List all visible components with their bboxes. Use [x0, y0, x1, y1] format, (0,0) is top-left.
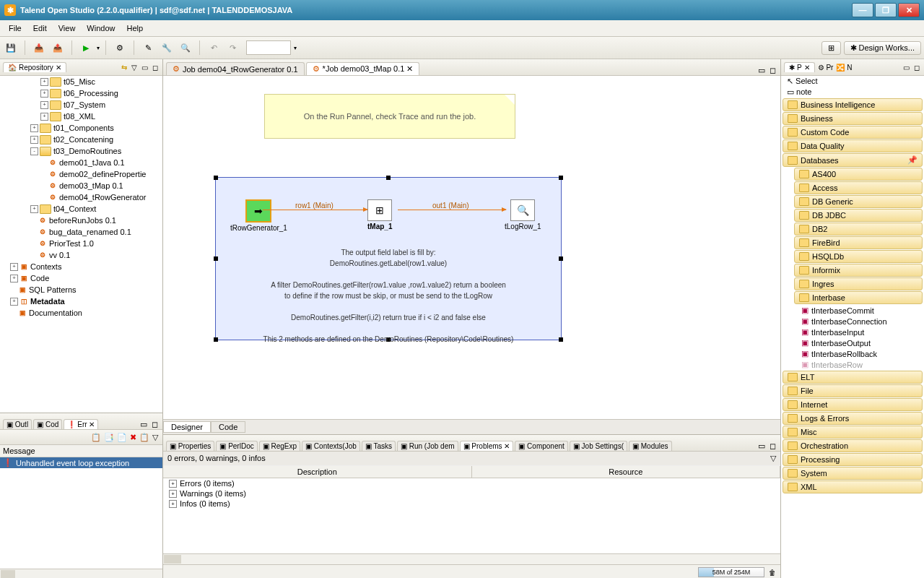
maximize-view-icon[interactable]: ◻	[768, 66, 777, 75]
palette-drawer[interactable]: Data Quality	[783, 139, 923, 152]
gc-button[interactable]: 🗑	[769, 569, 776, 577]
palette-drawer[interactable]: Misc	[783, 426, 923, 439]
design-workspace-button[interactable]: ✱ Design Works...	[844, 41, 922, 55]
filter-icon[interactable]: 📋	[91, 433, 101, 442]
tree-item[interactable]: -t03_DemoRoutines	[0, 145, 162, 157]
palette-sub[interactable]: DB JDBC	[794, 209, 923, 222]
tree-item[interactable]: ⚙demo02_definePropertie	[0, 168, 162, 180]
palette-tool[interactable]: ▭ note	[781, 87, 924, 98]
edit-button[interactable]: ✎	[140, 40, 156, 56]
palette-drawer[interactable]: File	[783, 384, 923, 397]
code-tab[interactable]: Code	[211, 421, 245, 433]
tree-item[interactable]: ▣SQL Patterns	[0, 284, 162, 296]
export-button[interactable]: 📤	[50, 40, 66, 56]
palette[interactable]: ↖ Select▭ noteBusiness IntelligenceBusin…	[781, 76, 924, 578]
wrench-button[interactable]: 🔧	[159, 40, 175, 56]
palette-item[interactable]: ▣ tInterbaseCommit	[781, 305, 924, 316]
palette-sub[interactable]: HSQLDb	[794, 250, 923, 263]
error-message-row[interactable]: ❗Unhandled event loop exception	[0, 457, 162, 468]
bottom-tab[interactable]: ▣ PerlDoc	[216, 441, 257, 451]
tree-item[interactable]: +t04_Context	[0, 203, 162, 215]
palette-sub[interactable]: Access	[794, 181, 923, 194]
minimize-view-icon[interactable]: ▭	[902, 64, 911, 72]
link-row1[interactable]	[263, 210, 367, 210]
link-out1[interactable]	[398, 210, 506, 210]
menu-window[interactable]: Window	[81, 22, 121, 34]
minimize-view-icon[interactable]: ▭	[139, 420, 149, 429]
bottom-tab[interactable]: ▣ Contexts(Job	[302, 441, 360, 451]
bottom-tab[interactable]: ▣ Properties	[166, 441, 214, 451]
menu-icon[interactable]: ▽	[152, 433, 158, 442]
undo-button[interactable]: ↶	[206, 40, 222, 56]
minimize-button[interactable]: —	[852, 3, 873, 17]
tree-item[interactable]: +▣Contexts	[0, 261, 162, 272]
run-button[interactable]: ▶	[78, 40, 94, 56]
problems-columns[interactable]: Description Resource	[163, 466, 780, 478]
maximize-view-icon[interactable]: ◻	[150, 420, 160, 429]
tree-item[interactable]: +t06_Processing	[0, 87, 162, 99]
maximize-view-icon[interactable]: ◻	[151, 64, 160, 72]
palette-tab-n[interactable]: 🔀 N	[836, 64, 852, 72]
tab-cod[interactable]: ▣ Cod	[33, 419, 62, 429]
menu-file[interactable]: File	[3, 22, 27, 34]
tree-item[interactable]: ⚙vv 0.1	[0, 249, 162, 261]
menu-edit[interactable]: Edit	[27, 22, 53, 34]
palette-drawer[interactable]: Internet	[783, 398, 923, 411]
palette-drawer[interactable]: XML	[783, 480, 923, 493]
log-icon[interactable]: 📄	[117, 433, 127, 442]
job-button[interactable]: ⚙	[112, 40, 128, 56]
minimize-view-icon[interactable]: ▭	[140, 64, 149, 72]
palette-item[interactable]: ▣ tInterbaseOutput	[781, 337, 924, 348]
bottom-tab[interactable]: ▣ Tasks	[362, 441, 396, 451]
repository-tree[interactable]: +t05_Misc+t06_Processing+t07_System+t08_…	[0, 76, 162, 413]
perspective-switcher[interactable]: ⊞	[821, 41, 841, 55]
tree-item[interactable]: +t05_Misc	[0, 76, 162, 87]
view-menu-icon[interactable]: ▽	[130, 64, 139, 72]
palette-item[interactable]: ▣ tInterbaseConnection	[781, 316, 924, 327]
palette-sub[interactable]: Interbase	[794, 291, 923, 304]
editor-tab[interactable]: ⚙ *Job demo03_tMap 0.1 ✕	[306, 62, 420, 75]
tree-item[interactable]: +▣Code	[0, 272, 162, 284]
palette-drawer[interactable]: ELT	[783, 371, 923, 384]
palette-tab-p[interactable]: ✱ P ✕	[784, 62, 815, 72]
palette-sub[interactable]: FireBird	[794, 236, 923, 249]
tree-item[interactable]: +t02_Concatening	[0, 134, 162, 145]
message-column-header[interactable]: Message	[0, 445, 162, 457]
repository-tab[interactable]: 🏠 Repository ✕	[3, 62, 66, 72]
palette-sub[interactable]: DB2	[794, 223, 923, 236]
problems-group[interactable]: + Infos (0 items)	[163, 499, 780, 509]
tree-item[interactable]: ⚙beforeRunJobs 0.1	[0, 215, 162, 226]
maximize-button[interactable]: ❐	[875, 3, 897, 17]
bottom-tab[interactable]: ▣ Run (Job dem	[397, 441, 458, 451]
palette-item[interactable]: ▣ tInterbaseRollback	[781, 348, 924, 359]
menu-view[interactable]: View	[53, 22, 82, 34]
copy-icon[interactable]: 📑	[104, 433, 114, 442]
h-scrollbar[interactable]	[1, 570, 15, 578]
palette-drawer[interactable]: Databases📌	[783, 153, 923, 167]
bottom-tab[interactable]: ▣ Job Settings(	[570, 441, 627, 451]
palette-sub[interactable]: Informix	[794, 264, 923, 277]
redo-button[interactable]: ↷	[225, 40, 240, 56]
tree-item[interactable]: +t08_XML	[0, 111, 162, 122]
component-trowgenerator[interactable]: ➡ tRowGenerator_1	[230, 199, 287, 232]
palette-drawer[interactable]: Processing	[783, 453, 923, 466]
editor-tab[interactable]: ⚙ Job demo04_tRowGenerator 0.1	[166, 62, 305, 75]
maximize-view-icon[interactable]: ◻	[768, 441, 777, 451]
tab-err[interactable]: ❗Err ✕	[64, 419, 98, 429]
bottom-tab[interactable]: ▣ RegExp	[259, 441, 300, 451]
link-icon[interactable]: ⇆	[120, 64, 128, 72]
minimize-view-icon[interactable]: ▭	[757, 66, 767, 75]
palette-sub[interactable]: AS400	[794, 168, 923, 181]
component-tmap[interactable]: ⊞ tMap_1	[367, 199, 392, 230]
close-button[interactable]: ✕	[898, 3, 920, 17]
tree-item[interactable]: ⚙demo04_tRowGenerator	[0, 191, 162, 203]
tree-item[interactable]: ⚙bug_data_renamed 0.1	[0, 226, 162, 238]
tree-item[interactable]: ⚙PriorTest 1.0	[0, 238, 162, 249]
bottom-tab[interactable]: ▣ Problems ✕	[460, 441, 514, 451]
tree-item[interactable]: ▣Documentation	[0, 307, 162, 319]
palette-item[interactable]: ▣ tInterbaseRow	[781, 359, 924, 370]
palette-tab-pr[interactable]: ⚙ Pr	[818, 64, 834, 72]
delete-icon[interactable]: ✖	[130, 433, 136, 442]
palette-drawer[interactable]: Custom Code	[783, 126, 923, 139]
tree-item[interactable]: +◫Metadata	[0, 296, 162, 307]
